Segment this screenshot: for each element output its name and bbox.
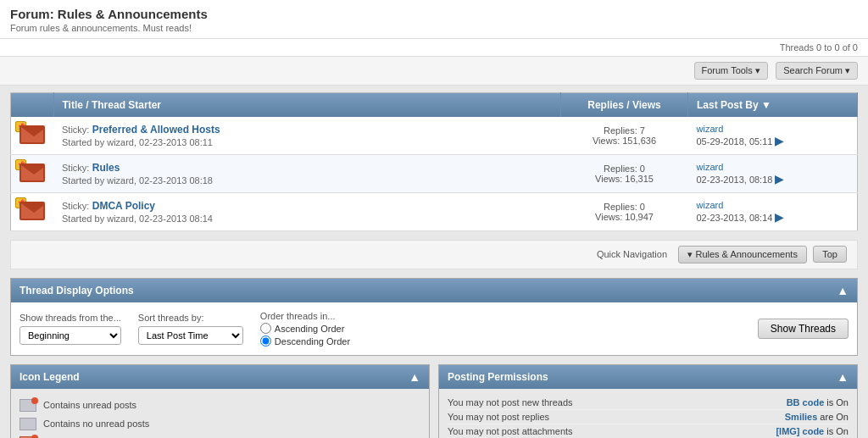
last-post-cell: wizard 02-23-2013, 08:18 ▶ xyxy=(688,155,858,193)
thread-replies-views: Replies: 7 Views: 151,636 xyxy=(561,117,688,155)
perm-value: Smilies are On xyxy=(785,412,849,422)
sort-arrow-icon: ▼ xyxy=(761,99,771,111)
permission-row: You may not post attachments [IMG] code … xyxy=(448,424,849,438)
last-post-cell: wizard 02-23-2013, 08:14 ▶ xyxy=(688,193,858,231)
quick-nav-bar: Quick Navigation ▾ Rules & Announcements… xyxy=(10,240,858,269)
posting-permissions-header: Posting Permissions ▲ xyxy=(439,365,857,389)
posting-permissions-section: Posting Permissions ▲ You may not post n… xyxy=(438,364,858,438)
bottom-sections: Icon Legend ▲ Contains unread postsConta… xyxy=(10,364,858,438)
last-post-arrow-icon[interactable]: ▶ xyxy=(775,172,784,186)
display-options-collapse-icon[interactable]: ▲ xyxy=(837,284,849,297)
thread-starter: Started by wizard, 02-23-2013 08:18 xyxy=(62,175,553,186)
show-threads-select[interactable]: Beginning1 Day Ago2 Days Ago1 Week Ago2 … xyxy=(19,326,121,345)
thread-replies-views: Replies: 0 Views: 16,315 xyxy=(561,155,688,193)
thread-title-link[interactable]: Rules xyxy=(92,162,120,174)
quick-nav-top-button[interactable]: Top xyxy=(813,246,847,263)
ascending-radio[interactable] xyxy=(260,323,271,334)
sort-threads-select[interactable]: Last Post TimeThread Start TimeNumber of… xyxy=(138,326,243,345)
last-post-arrow-icon[interactable]: ▶ xyxy=(775,134,784,147)
tools-bar: Forum Tools Search Forum xyxy=(0,57,868,86)
icon-legend-list: Contains unread postsContains no unread … xyxy=(11,389,429,438)
display-options-title: Thread Display Options xyxy=(19,285,134,297)
thread-icon-cell: 📌 xyxy=(11,117,54,155)
thread-icon-wrap: 📌 xyxy=(19,125,45,144)
legend-item: Hot thread with unread posts xyxy=(19,433,420,438)
sort-threads-group: Sort threads by: Last Post TimeThread St… xyxy=(138,313,243,345)
perm-status: is On xyxy=(826,397,849,408)
thread-icon-wrap: 📌 xyxy=(19,202,45,220)
legend-icon-1 xyxy=(19,417,36,430)
permissions-table: You may not post new threads BB code is … xyxy=(439,389,857,438)
envelope-icon xyxy=(19,164,45,182)
last-post-user-link[interactable]: wizard xyxy=(697,200,849,210)
thread-title-cell: Sticky: Rules Started by wizard, 02-23-2… xyxy=(53,155,561,193)
search-forum-button[interactable]: Search Forum xyxy=(776,62,858,80)
ascending-label: Ascending Order xyxy=(275,324,345,334)
legend-text: Contains no unread posts xyxy=(43,419,149,429)
col-replies: Replies / Views xyxy=(561,93,688,118)
thread-title-cell: Sticky: Preferred & Allowed Hosts Starte… xyxy=(53,117,561,155)
last-post-user-link[interactable]: wizard xyxy=(697,162,849,172)
show-threads-group: Show threads from the... Beginning1 Day … xyxy=(19,313,121,345)
perm-code-link[interactable]: Smilies xyxy=(785,412,818,422)
sticky-label: Sticky: xyxy=(62,163,89,173)
table-row: 📌 Sticky: Rules Started by wizard, 02-23… xyxy=(11,155,858,193)
display-options-row: Show threads from the... Beginning1 Day … xyxy=(19,311,849,347)
perm-value: [IMG] code is On xyxy=(776,426,849,436)
col-title: Title / Thread Starter xyxy=(53,93,561,118)
icon-legend-title: Icon Legend xyxy=(19,371,80,383)
last-post-date: 02-23-2013, 08:14 ▶ xyxy=(697,210,849,224)
descending-radio[interactable] xyxy=(260,335,271,347)
quick-nav-label: Quick Navigation xyxy=(597,249,667,259)
descending-label: Descending Order xyxy=(275,336,350,347)
perm-code-link[interactable]: [IMG] code xyxy=(776,426,824,436)
show-threads-button[interactable]: Show Threads xyxy=(758,319,849,339)
ascending-option[interactable]: Ascending Order xyxy=(260,323,350,334)
thread-title-cell: Sticky: DMCA Policy Started by wizard, 0… xyxy=(53,193,561,231)
envelope-icon xyxy=(19,125,45,144)
perm-value: BB code is On xyxy=(787,397,849,408)
quick-nav-dropdown-label: ▾ Rules & Announcements xyxy=(687,249,798,259)
thread-title-link[interactable]: Preferred & Allowed Hosts xyxy=(92,124,220,136)
table-row: 📌 Sticky: Preferred & Allowed Hosts Star… xyxy=(11,117,858,155)
order-label: Order threads in... xyxy=(260,311,350,321)
read-icon xyxy=(19,418,36,430)
icon-legend-collapse-icon[interactable]: ▲ xyxy=(409,370,420,384)
perm-text: You may not post replies xyxy=(448,412,549,422)
col-lastpost: Last Post By ▼ xyxy=(688,93,858,118)
replies-count: Replies: 7 xyxy=(570,125,680,136)
thread-replies-views: Replies: 0 Views: 10,947 xyxy=(561,193,688,231)
legend-text: Contains unread posts xyxy=(43,400,136,410)
last-post-user-link[interactable]: wizard xyxy=(697,124,849,134)
display-options-body: Show threads from the... Beginning1 Day … xyxy=(11,302,857,355)
unread-icon xyxy=(19,399,36,412)
thread-icon-wrap: 📌 xyxy=(19,164,45,182)
thread-title-link[interactable]: DMCA Policy xyxy=(92,200,155,212)
thread-icon-cell: 📌 xyxy=(11,193,54,231)
perm-status: are On xyxy=(820,412,849,422)
forum-description: Forum rules & announcements. Must reads! xyxy=(10,23,858,33)
sort-threads-label: Sort threads by: xyxy=(138,313,243,323)
forum-tools-button[interactable]: Forum Tools xyxy=(694,62,768,80)
legend-item: Contains no unread posts xyxy=(19,414,420,433)
thread-starter: Started by wizard, 02-23-2013 08:14 xyxy=(62,213,553,224)
last-post-date: 05-29-2018, 05:11 ▶ xyxy=(697,134,849,147)
sticky-label: Sticky: xyxy=(62,125,89,135)
views-count: Views: 16,315 xyxy=(570,174,680,184)
descending-option[interactable]: Descending Order xyxy=(260,335,350,347)
display-options-section: Thread Display Options ▲ Show threads fr… xyxy=(10,278,858,356)
last-post-date: 02-23-2013, 08:18 ▶ xyxy=(697,172,849,186)
last-post-arrow-icon[interactable]: ▶ xyxy=(775,210,784,224)
posting-permissions-collapse-icon[interactable]: ▲ xyxy=(837,370,849,384)
perm-code-link[interactable]: BB code xyxy=(787,397,825,408)
views-count: Views: 151,636 xyxy=(570,136,680,146)
sticky-label: Sticky: xyxy=(62,201,89,211)
legend-icon-0 xyxy=(19,398,36,412)
last-post-cell: wizard 05-29-2018, 05:11 ▶ xyxy=(688,117,858,155)
quick-nav-dropdown[interactable]: ▾ Rules & Announcements xyxy=(678,246,807,263)
perm-text: You may not post new threads xyxy=(448,397,573,408)
col-icon xyxy=(11,93,54,118)
envelope-icon xyxy=(19,202,45,220)
forum-title: Forum: Rules & Announcements xyxy=(10,7,858,21)
display-options-header: Thread Display Options ▲ xyxy=(11,279,857,302)
